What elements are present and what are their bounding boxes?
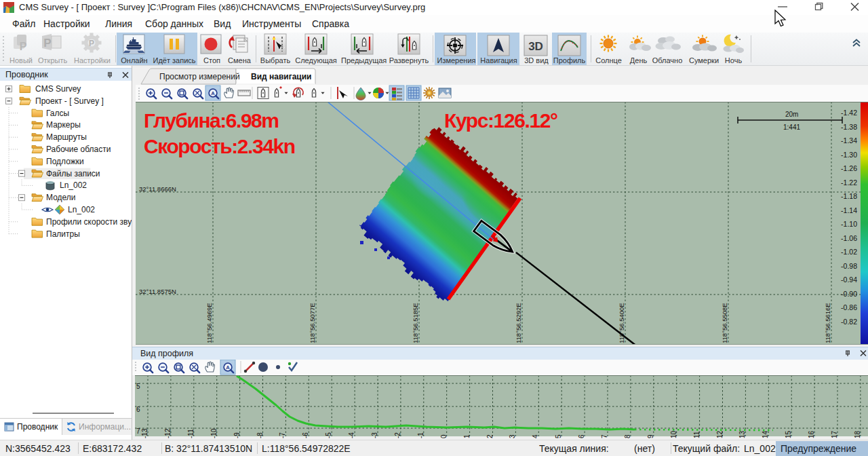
svg-text:-11: -11 (187, 429, 195, 438)
svg-text:14: 14 (762, 430, 769, 438)
svg-text:1: 1 (463, 434, 471, 438)
svg-text:118°56.5508E: 118°56.5508E (721, 303, 728, 343)
svg-text:P: P (43, 37, 51, 50)
svg-text:2: 2 (486, 434, 494, 438)
svg-text:Скорость:2.34kn: Скорость:2.34kn (144, 135, 296, 157)
svg-text:-1.10: -1.10 (841, 220, 857, 228)
svg-text:-0.86: -0.86 (841, 303, 857, 311)
svg-text:20m: 20m (785, 111, 798, 118)
svg-text:Рабочие области: Рабочие области (46, 145, 111, 154)
svg-text:-7: -7 (279, 432, 286, 438)
svg-text:118°56.4969E: 118°56.4969E (205, 303, 213, 343)
svg-text:118°56.5185E: 118°56.5185E (412, 303, 419, 343)
svg-text:118°56.5292E: 118°56.5292E (515, 303, 522, 343)
svg-text:-0.98: -0.98 (841, 262, 857, 270)
svg-text:Ln_002: Ln_002 (60, 180, 87, 190)
svg-text:12: 12 (716, 430, 724, 438)
svg-text:7: 7 (136, 428, 140, 435)
svg-text:8: 8 (624, 434, 631, 438)
svg-text:16: 16 (808, 430, 815, 438)
svg-text:-13: -13 (141, 428, 149, 438)
svg-text:7: 7 (601, 434, 608, 438)
svg-text:-1.38: -1.38 (841, 123, 857, 131)
svg-text:118°56.5077E: 118°56.5077E (309, 303, 316, 343)
svg-text:-0.82: -0.82 (841, 318, 857, 326)
svg-text:-1.22: -1.22 (841, 178, 857, 187)
svg-text:-3: -3 (371, 432, 378, 438)
svg-text:-1.26: -1.26 (841, 164, 857, 172)
svg-text:15: 15 (785, 430, 792, 438)
svg-text:A: A (211, 90, 215, 96)
svg-text:-0.90: -0.90 (841, 290, 857, 298)
svg-text:5: 5 (136, 383, 140, 390)
svg-text:P: P (20, 41, 27, 52)
svg-text:-1.18: -1.18 (841, 192, 857, 200)
svg-text:-1.02: -1.02 (841, 248, 857, 256)
svg-text:5: 5 (555, 434, 562, 438)
svg-text:18: 18 (854, 430, 861, 438)
svg-text:3D: 3D (528, 40, 543, 53)
svg-text:Галсы: Галсы (46, 109, 69, 118)
svg-text:Файлы записи: Файлы записи (46, 169, 100, 178)
svg-text:-1.14: -1.14 (841, 206, 857, 214)
svg-text:118°56.5616E: 118°56.5616E (824, 303, 831, 343)
svg-text:4: 4 (532, 434, 539, 438)
svg-text:-12: -12 (164, 428, 172, 438)
svg-text:-2: -2 (394, 432, 401, 438)
svg-text:A: A (226, 364, 230, 370)
svg-text:1:441: 1:441 (783, 124, 800, 131)
svg-text:Проект - [ Survey ]: Проект - [ Survey ] (35, 96, 104, 106)
svg-text:Курс:126.12°: Курс:126.12° (444, 109, 558, 132)
svg-text:-6: -6 (302, 432, 309, 438)
svg-text:-5: -5 (325, 432, 332, 438)
svg-text:Просмотр измерений: Просмотр измерений (159, 72, 240, 81)
svg-text:11: 11 (693, 431, 701, 438)
svg-text:0: 0 (440, 434, 448, 438)
svg-text:Подложки: Подложки (46, 157, 84, 166)
svg-text:Маркеры: Маркеры (46, 120, 81, 130)
svg-text:P: P (89, 39, 94, 48)
svg-text:-9: -9 (233, 432, 241, 438)
svg-text:-0.94: -0.94 (841, 276, 857, 284)
svg-text:6: 6 (578, 434, 585, 438)
svg-text:-1.34: -1.34 (841, 136, 857, 145)
svg-text:32°11.8666N: 32°11.8666N (139, 185, 176, 193)
svg-text:CMS Survey: CMS Survey (35, 84, 81, 94)
svg-text:Маршруты: Маршруты (46, 132, 87, 142)
svg-text:9: 9 (647, 434, 654, 438)
svg-text:Вид навигации: Вид навигации (251, 72, 311, 81)
svg-text:-1.30: -1.30 (841, 151, 857, 159)
svg-text:6: 6 (136, 406, 140, 413)
svg-text:Ln_002: Ln_002 (68, 205, 95, 214)
svg-text:Профили скорости звук: Профили скорости звук (46, 217, 132, 227)
svg-text:-1.42: -1.42 (841, 109, 857, 117)
svg-text:3: 3 (509, 434, 516, 438)
svg-text:Модели: Модели (46, 193, 76, 202)
svg-text:Палитры: Палитры (46, 229, 80, 239)
svg-text:-1: -1 (417, 432, 425, 438)
svg-text:-8: -8 (256, 432, 264, 438)
svg-text:32°11.8575N: 32°11.8575N (139, 288, 176, 295)
svg-text:-4: -4 (348, 432, 355, 438)
svg-text:Глубина:6.98m: Глубина:6.98m (144, 109, 279, 132)
svg-text:10: 10 (670, 430, 677, 438)
svg-text:17: 17 (831, 430, 838, 438)
svg-text:-10: -10 (210, 428, 218, 438)
svg-text:-1.06: -1.06 (841, 234, 857, 242)
svg-text:13: 13 (738, 430, 746, 438)
